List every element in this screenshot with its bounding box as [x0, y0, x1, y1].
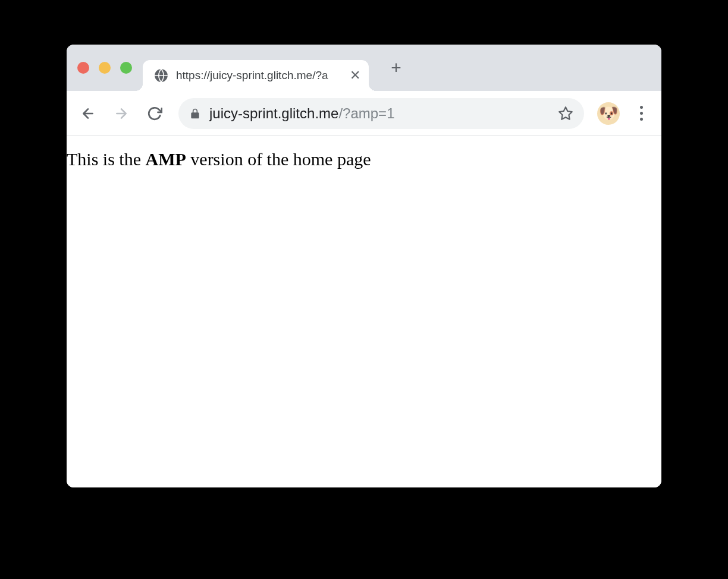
page-content: This is the AMP version of the home page — [67, 136, 661, 487]
browser-window: https://juicy-sprint.glitch.me/?a ✕ + — [67, 45, 661, 487]
lock-icon[interactable] — [189, 108, 201, 119]
profile-avatar[interactable]: 🐶 — [597, 102, 620, 125]
text-bold: AMP — [146, 149, 186, 169]
toolbar: juicy-sprint.glitch.me/?amp=1 🐶 — [67, 91, 661, 136]
tab-bar: https://juicy-sprint.glitch.me/?a ✕ + — [67, 45, 661, 91]
reload-button[interactable] — [140, 99, 169, 128]
back-button[interactable] — [74, 99, 102, 128]
url-text: juicy-sprint.glitch.me/?amp=1 — [209, 105, 550, 122]
close-tab-icon[interactable]: ✕ — [349, 69, 362, 82]
url-domain: juicy-sprint.glitch.me — [209, 105, 338, 122]
kebab-menu-icon[interactable] — [628, 100, 654, 127]
forward-button[interactable] — [107, 99, 136, 128]
globe-icon — [153, 68, 169, 83]
minimize-window-button[interactable] — [99, 62, 111, 74]
avatar-emoji: 🐶 — [599, 104, 618, 122]
text-prefix: This is the — [67, 149, 146, 169]
maximize-window-button[interactable] — [120, 62, 132, 74]
browser-tab[interactable]: https://juicy-sprint.glitch.me/?a ✕ — [143, 60, 369, 91]
url-path: /?amp=1 — [338, 105, 394, 122]
text-suffix: version of the home page — [186, 149, 371, 169]
close-window-button[interactable] — [77, 62, 89, 74]
tab-title: https://juicy-sprint.glitch.me/?a — [176, 69, 341, 82]
new-tab-button[interactable]: + — [383, 55, 409, 81]
bookmark-star-icon[interactable] — [558, 106, 573, 121]
address-bar[interactable]: juicy-sprint.glitch.me/?amp=1 — [178, 98, 584, 129]
page-body-text: This is the AMP version of the home page — [67, 147, 661, 172]
window-controls — [77, 62, 132, 74]
